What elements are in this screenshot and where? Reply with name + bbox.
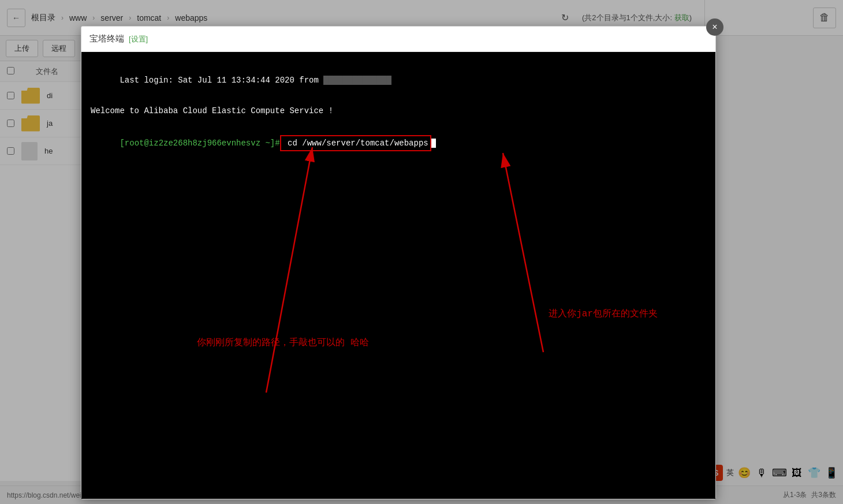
terminal-line-welcome: Welcome to Alibaba Cloud Elastic Compute… [91,104,706,117]
terminal-command: cd /www/server/tomcat/webapps [280,135,431,151]
svg-line-3 [503,153,543,352]
svg-line-2 [266,147,312,393]
terminal-body[interactable]: Last login: Sat Jul 11 13:34:44 2020 fro… [81,52,715,499]
dialog-settings-link[interactable]: [设置] [129,34,148,44]
annotation-arrows [81,52,715,499]
close-button[interactable]: × [706,18,723,36]
dialog-titlebar: 宝塔终端 [设置] × [81,27,715,52]
terminal-line-login: Last login: Sat Jul 11 13:34:44 2020 fro… [91,61,706,100]
annotation-text-1: 你刚刚所复制的路径，手敲也可以的 哈哈 [197,337,369,349]
terminal-dialog: 宝塔终端 [设置] × Last login: Sat Jul 11 13:34… [81,26,716,499]
terminal-prompt: [root@iz2ze268h8zj966evnhesvz ~]# [120,139,279,148]
annotation-text-2: 进入你jar包所在的文件夹 [549,308,658,320]
terminal-line-command[interactable]: [root@iz2ze268h8zj966evnhesvz ~]# cd /ww… [91,122,706,165]
dialog-title: 宝塔终端 [89,33,124,44]
